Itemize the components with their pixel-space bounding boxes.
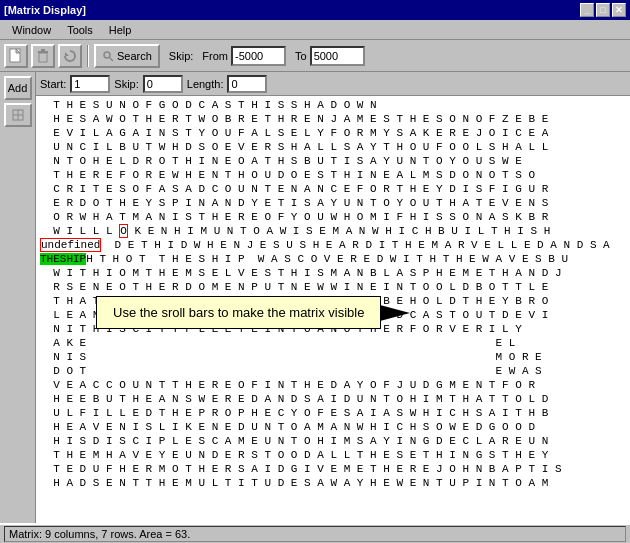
svg-rect-2 xyxy=(39,53,47,62)
matrix-row: THESHIPH T H O T T H E S H I P W A S C O… xyxy=(40,252,626,266)
matrix-row: T H E R E F O R E W H E N T H O U D O E … xyxy=(40,168,626,182)
title-bar: [Matrix Display] _ □ ✕ xyxy=(0,0,630,20)
menu-tools[interactable]: Tools xyxy=(59,22,101,38)
matrix-row: N I S M O R E xyxy=(40,350,626,364)
status-text: Matrix: 9 columns, 7 rows. Area = 63. xyxy=(9,528,190,540)
new-icon xyxy=(8,48,24,64)
tool-icon xyxy=(11,108,25,122)
close-button[interactable]: ✕ xyxy=(612,3,626,17)
refresh-icon xyxy=(62,48,78,64)
matrix-row: N T O H E L D R O T H I N E O A T H S B … xyxy=(40,154,626,168)
matrix-row: R S E N E O T H E R D O M E N P U T N E … xyxy=(40,280,626,294)
matrix-row: W I T H I O M T H E M S E L V E S T H I … xyxy=(40,266,626,280)
matrix-row: H I S D I S C I P L E S C A M E U N T O … xyxy=(40,434,626,448)
callout-arrow xyxy=(380,305,410,321)
skip-from-input[interactable] xyxy=(231,46,286,66)
svg-line-7 xyxy=(110,57,114,61)
delete-icon xyxy=(35,48,51,64)
left-tool-btn[interactable] xyxy=(4,103,32,127)
svg-rect-4 xyxy=(41,49,45,51)
skip-input[interactable] xyxy=(143,75,183,93)
maximize-button[interactable]: □ xyxy=(596,3,610,17)
matrix-text: T H E S U N O F G O D C A S T H I S S H … xyxy=(36,96,630,492)
matrix-area: T H E S U N O F G O D C A S T H I S S H … xyxy=(36,96,630,523)
menu-window[interactable]: Window xyxy=(4,22,59,38)
refresh-button[interactable] xyxy=(58,44,82,68)
add-button[interactable]: Add xyxy=(4,76,32,100)
matrix-row: U L F I L L E D T H E P R O P H E C Y O … xyxy=(40,406,626,420)
matrix-row: A K E E L xyxy=(40,336,626,350)
matrix-row: V E A C C O U N T T H E R E O F I N T H … xyxy=(40,378,626,392)
menu-help[interactable]: Help xyxy=(101,22,140,38)
skip-to-input[interactable] xyxy=(310,46,365,66)
matrix-row: T H E S U N O F G O D C A S T H I S S H … xyxy=(40,98,626,112)
matrix-row: U N C I L B U T W H D S O E V E R S H A … xyxy=(40,140,626,154)
callout-tooltip: Use the sroll bars to make the matrix vi… xyxy=(96,296,381,329)
content-wrapper: Start: Skip: Length: T H E S U N O F G O… xyxy=(36,72,630,523)
search-label: Search xyxy=(117,50,152,62)
svg-point-6 xyxy=(104,52,110,58)
matrix-row: E V I L A G A I N S T Y O U F A L S E L … xyxy=(40,126,626,140)
matrix-row: W I L L L O K E N H I M U N T O A W I S … xyxy=(40,224,626,238)
window-title: [Matrix Display] xyxy=(4,4,86,16)
main-area: Add Start: Skip: Length: T H E S U N O F… xyxy=(0,72,630,523)
matrix-row: undefined D E T H I D W H E N J E S U S … xyxy=(40,238,626,252)
skip-label: Skip: xyxy=(169,50,193,62)
from-label: From xyxy=(202,50,228,62)
search-button[interactable]: Search xyxy=(94,44,160,68)
toolbar: Search Skip: From To xyxy=(0,40,630,72)
menu-bar: Window Tools Help xyxy=(0,20,630,40)
matrix-row: H E A V E N I S L I K E N E D U N T O A … xyxy=(40,420,626,434)
svg-marker-5 xyxy=(65,52,69,56)
to-label: To xyxy=(295,50,307,62)
callout-text: Use the sroll bars to make the matrix vi… xyxy=(113,305,364,320)
start-label: Start: xyxy=(40,78,66,90)
title-bar-buttons: _ □ ✕ xyxy=(580,3,626,17)
left-toolbar: Add xyxy=(0,72,36,523)
status-panel: Matrix: 9 columns, 7 rows. Area = 63. xyxy=(4,526,626,542)
matrix-row: E R D O T H E Y S P I N A N D Y E T I S … xyxy=(40,196,626,210)
delete-button[interactable] xyxy=(31,44,55,68)
matrix-row: D O T E W A S xyxy=(40,364,626,378)
status-bar: Matrix: 9 columns, 7 rows. Area = 63. xyxy=(0,523,630,543)
length-input[interactable] xyxy=(227,75,267,93)
matrix-row: H E S A W O T H E R T W O B R E T H R E … xyxy=(40,112,626,126)
search-icon xyxy=(102,50,114,62)
matrix-row: T H E M H A V E Y E U N D E R S T O O D … xyxy=(40,448,626,462)
second-toolbar: Start: Skip: Length: xyxy=(36,72,630,96)
minimize-button[interactable]: _ xyxy=(580,3,594,17)
new-button[interactable] xyxy=(4,44,28,68)
start-input[interactable] xyxy=(70,75,110,93)
skip2-label: Skip: xyxy=(114,78,138,90)
matrix-row: H E E B U T H E A N S W E R E D A N D S … xyxy=(40,392,626,406)
matrix-row: H A D S E N T T H E M U L T I T U D E S … xyxy=(40,476,626,490)
matrix-row: T E D U F H E R M O T H E R S A I D G I … xyxy=(40,462,626,476)
svg-rect-3 xyxy=(38,51,48,53)
matrix-row: C R I T E S O F A S A D C O U N T E N A … xyxy=(40,182,626,196)
length-label: Length: xyxy=(187,78,224,90)
toolbar-separator-1 xyxy=(87,45,89,67)
matrix-row: O R W H A T M A N I S T H E R E O F Y O … xyxy=(40,210,626,224)
